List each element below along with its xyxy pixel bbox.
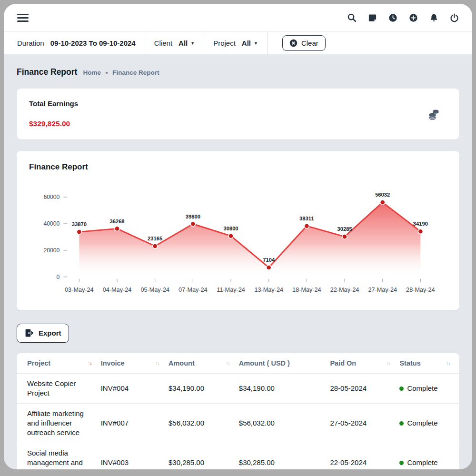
total-earnings-card: Total Earnings $329,825.00	[17, 89, 459, 139]
page-header: Finance Report Home • Finance Report	[17, 67, 459, 77]
chart-card-title: Finance Report	[29, 162, 447, 172]
breadcrumb: Home • Finance Report	[83, 69, 159, 76]
client-label: Client	[154, 39, 172, 47]
chart-point-label: 38311	[299, 216, 314, 221]
cell-paid-on: 27-05-2024	[330, 403, 399, 443]
power-icon[interactable]	[450, 13, 459, 22]
column-header-paid-on[interactable]: Paid On↑↓	[330, 353, 399, 374]
column-header-invoice[interactable]: Invoice↑↓	[101, 353, 169, 374]
filter-divider	[145, 32, 145, 55]
cell-paid-on: 22-05-2024	[330, 443, 399, 469]
cell-amount-usd: $30,285.00	[239, 443, 330, 469]
column-header-label: Invoice	[101, 359, 125, 367]
chart-point[interactable]	[77, 229, 81, 234]
cell-amount: $30,285.00	[169, 443, 239, 469]
x-axis-label: 13-May-24	[254, 287, 283, 293]
chart-point[interactable]	[153, 244, 158, 248]
chevron-down-icon: ▼	[190, 41, 195, 46]
invoices-table-card: Project↑↓ Invoice↑↓ Amount↑↓ Amount ( US…	[17, 353, 459, 469]
cell-amount-usd: $34,190.00	[239, 373, 330, 403]
top-navbar	[4, 4, 472, 32]
x-axis-label: 04-May-24	[103, 287, 132, 293]
cell-project: Affiliate marketing and influencer outre…	[17, 403, 101, 443]
sort-icon: ↑↓	[446, 360, 450, 367]
cell-status: Complete	[399, 373, 459, 403]
chart-point[interactable]	[380, 200, 385, 205]
chart-point-label: 7104	[263, 257, 275, 263]
client-dropdown[interactable]: All ▼	[178, 39, 195, 47]
coins-icon	[427, 108, 440, 120]
x-axis-label: 27-May-24	[368, 287, 397, 293]
chart-point-label: 30800	[223, 226, 238, 231]
circle-x-icon	[289, 39, 298, 47]
clear-filters-button[interactable]: Clear	[282, 35, 326, 51]
cell-amount: $34,190.00	[169, 373, 239, 403]
clear-button-label: Clear	[301, 39, 318, 47]
column-header-label: Project	[27, 359, 50, 367]
status-label: Complete	[407, 419, 437, 427]
total-earnings-amount: $329,825.00	[29, 119, 447, 128]
table-header-row: Project↑↓ Invoice↑↓ Amount↑↓ Amount ( US…	[17, 353, 459, 374]
chart-point[interactable]	[190, 221, 195, 226]
filter-bar: Duration 09-10-2023 To 09-10-2024 Client…	[4, 32, 472, 55]
chart-point[interactable]	[228, 234, 233, 238]
column-header-label: Amount ( USD )	[239, 359, 290, 367]
chart-point-label: 33870	[72, 221, 87, 227]
chart-point-label: 23165	[148, 236, 162, 241]
x-axis-label: 22-May-24	[330, 287, 359, 293]
chart-svg: 020000400006000003-May-2404-May-2405-May…	[29, 178, 447, 302]
notes-icon[interactable]	[368, 13, 377, 22]
search-icon[interactable]	[347, 13, 357, 22]
x-axis-label: 18-May-24	[292, 287, 321, 293]
clock-icon[interactable]	[388, 13, 397, 22]
project-dropdown-value: All	[242, 39, 251, 47]
chart-point[interactable]	[115, 226, 119, 231]
column-header-project[interactable]: Project↑↓	[17, 353, 101, 374]
chart-point[interactable]	[342, 234, 347, 239]
project-label: Project	[213, 39, 236, 47]
status-label: Complete	[407, 458, 437, 466]
chart-point[interactable]	[418, 229, 423, 234]
filter-divider	[204, 32, 204, 55]
project-dropdown[interactable]: All ▼	[242, 39, 258, 47]
export-button[interactable]: Export	[17, 324, 69, 343]
chart-point-label: 39800	[186, 214, 200, 219]
cell-project: Website Copier Project	[17, 373, 101, 403]
add-icon[interactable]	[409, 13, 418, 22]
table-row: Affiliate marketing and influencer outre…	[17, 403, 459, 443]
column-header-amount[interactable]: Amount↑↓	[169, 353, 239, 374]
breadcrumb-home[interactable]: Home	[83, 69, 101, 76]
menu-icon[interactable]	[17, 12, 29, 24]
chevron-down-icon: ▼	[254, 41, 258, 46]
column-header-status[interactable]: Status↑↓	[399, 353, 459, 374]
status-dot-icon	[399, 421, 404, 426]
y-axis-label: 0	[57, 274, 60, 280]
cell-amount: $56,032.00	[169, 403, 239, 443]
column-header-label: Paid On	[330, 359, 356, 367]
finance-chart[interactable]: 020000400006000003-May-2404-May-2405-May…	[29, 178, 447, 302]
sort-icon: ↑↓	[155, 360, 159, 367]
y-axis-label: 40000	[44, 220, 60, 227]
status-dot-icon	[399, 387, 404, 391]
main-content: Finance Report Home • Finance Report Tot…	[4, 55, 472, 469]
column-header-label: Amount	[169, 359, 195, 367]
duration-range-value[interactable]: 09-10-2023 To 09-10-2024	[50, 39, 136, 47]
chart-point[interactable]	[304, 224, 309, 228]
cell-status: Complete	[399, 443, 459, 469]
chart-point[interactable]	[267, 265, 271, 270]
table-row: Social media management and advertising …	[17, 443, 459, 469]
export-button-label: Export	[39, 329, 61, 337]
y-axis-label: 20000	[44, 247, 60, 254]
breadcrumb-current: Finance Report	[112, 69, 159, 76]
chart-point-label: 56032	[375, 192, 390, 198]
chart-point-label: 30285	[337, 226, 352, 232]
chart-point-label: 36268	[109, 218, 124, 224]
invoices-table: Project↑↓ Invoice↑↓ Amount↑↓ Amount ( US…	[17, 353, 459, 469]
bell-icon[interactable]	[429, 13, 438, 22]
sort-icon: ↑↓	[386, 360, 390, 367]
file-export-icon	[24, 328, 34, 337]
status-label: Complete	[407, 384, 437, 392]
duration-label: Duration	[17, 39, 44, 47]
table-row: Website Copier Project INV#004 $34,190.0…	[17, 373, 459, 403]
sort-icon: ↑↓	[226, 360, 229, 367]
